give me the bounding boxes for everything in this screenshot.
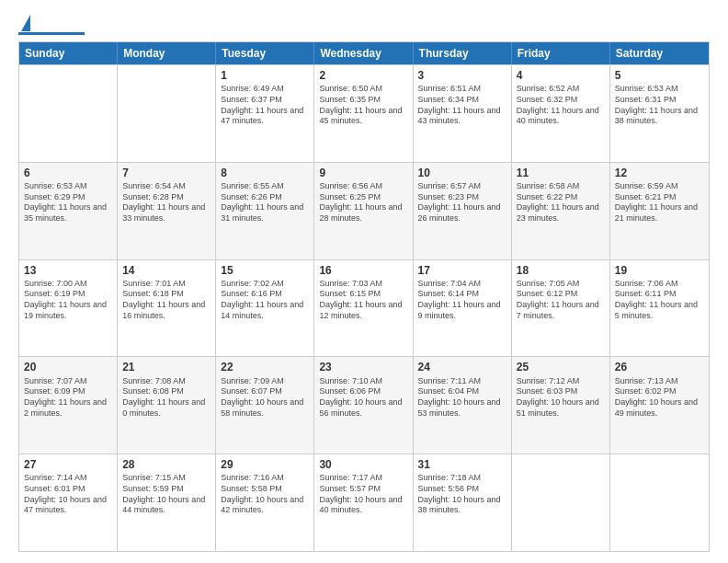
cal-cell: 18Sunrise: 7:05 AM Sunset: 6:12 PM Dayli… (512, 260, 610, 357)
cal-cell: 13Sunrise: 7:00 AM Sunset: 6:19 PM Dayli… (19, 260, 118, 357)
day-info: Sunrise: 6:56 AM Sunset: 6:25 PM Dayligh… (319, 181, 407, 224)
day-info: Sunrise: 6:53 AM Sunset: 6:31 PM Dayligh… (615, 84, 704, 127)
day-info: Sunrise: 7:17 AM Sunset: 5:57 PM Dayligh… (319, 473, 407, 516)
day-number: 3 (418, 68, 506, 83)
day-info: Sunrise: 7:05 AM Sunset: 6:12 PM Dayligh… (517, 279, 605, 322)
day-number: 30 (319, 457, 407, 472)
day-number: 22 (221, 360, 309, 374)
cal-cell: 4Sunrise: 6:52 AM Sunset: 6:32 PM Daylig… (512, 65, 610, 162)
cal-cell (610, 454, 709, 551)
day-number: 7 (122, 166, 210, 180)
day-info: Sunrise: 6:51 AM Sunset: 6:34 PM Dayligh… (418, 84, 506, 127)
day-number: 2 (319, 68, 407, 83)
day-number: 24 (418, 360, 506, 374)
page: SundayMondayTuesdayWednesdayThursdayFrid… (0, 0, 728, 563)
cal-cell: 16Sunrise: 7:03 AM Sunset: 6:15 PM Dayli… (314, 260, 413, 357)
day-info: Sunrise: 6:54 AM Sunset: 6:28 PM Dayligh… (122, 181, 210, 224)
day-number: 16 (319, 263, 407, 278)
calendar-header-row: SundayMondayTuesdayWednesdayThursdayFrid… (19, 42, 709, 64)
cal-cell: 11Sunrise: 6:58 AM Sunset: 6:22 PM Dayli… (512, 163, 610, 259)
cal-header-wednesday: Wednesday (314, 42, 413, 64)
cal-cell: 9Sunrise: 6:56 AM Sunset: 6:25 PM Daylig… (314, 163, 413, 259)
day-info: Sunrise: 7:08 AM Sunset: 6:08 PM Dayligh… (122, 376, 210, 419)
cal-cell (512, 454, 610, 551)
cal-cell: 24Sunrise: 7:11 AM Sunset: 6:04 PM Dayli… (414, 357, 512, 454)
cal-cell: 7Sunrise: 6:54 AM Sunset: 6:28 PM Daylig… (118, 163, 216, 259)
cal-cell: 8Sunrise: 6:55 AM Sunset: 6:26 PM Daylig… (216, 163, 314, 259)
header (18, 15, 710, 32)
day-number: 10 (418, 166, 506, 180)
cal-cell (118, 65, 216, 162)
day-info: Sunrise: 7:15 AM Sunset: 5:59 PM Dayligh… (122, 473, 210, 516)
day-info: Sunrise: 6:58 AM Sunset: 6:22 PM Dayligh… (517, 181, 605, 224)
day-info: Sunrise: 7:13 AM Sunset: 6:02 PM Dayligh… (615, 376, 704, 419)
day-number: 19 (615, 263, 704, 278)
cal-cell: 29Sunrise: 7:16 AM Sunset: 5:58 PM Dayli… (216, 454, 314, 551)
cal-cell: 15Sunrise: 7:02 AM Sunset: 6:16 PM Dayli… (216, 260, 314, 357)
day-number: 28 (122, 457, 210, 472)
cal-cell: 19Sunrise: 7:06 AM Sunset: 6:11 PM Dayli… (610, 260, 709, 357)
cal-header-sunday: Sunday (19, 42, 118, 64)
day-info: Sunrise: 6:50 AM Sunset: 6:35 PM Dayligh… (319, 84, 407, 127)
day-info: Sunrise: 7:16 AM Sunset: 5:58 PM Dayligh… (221, 473, 309, 516)
day-info: Sunrise: 7:10 AM Sunset: 6:06 PM Dayligh… (319, 376, 407, 419)
cal-header-tuesday: Tuesday (216, 42, 314, 64)
cal-cell: 5Sunrise: 6:53 AM Sunset: 6:31 PM Daylig… (610, 65, 709, 162)
day-number: 4 (517, 68, 605, 83)
day-number: 18 (517, 263, 605, 278)
day-number: 8 (221, 166, 309, 180)
cal-cell: 20Sunrise: 7:07 AM Sunset: 6:09 PM Dayli… (19, 357, 118, 454)
logo (18, 15, 85, 32)
cal-cell: 14Sunrise: 7:01 AM Sunset: 6:18 PM Dayli… (118, 260, 216, 357)
day-number: 1 (221, 68, 309, 83)
day-info: Sunrise: 6:59 AM Sunset: 6:21 PM Dayligh… (615, 181, 704, 224)
cal-cell: 31Sunrise: 7:18 AM Sunset: 5:56 PM Dayli… (414, 454, 512, 551)
day-info: Sunrise: 7:14 AM Sunset: 6:01 PM Dayligh… (24, 473, 112, 516)
day-info: Sunrise: 7:09 AM Sunset: 6:07 PM Dayligh… (221, 376, 309, 419)
cal-cell: 28Sunrise: 7:15 AM Sunset: 5:59 PM Dayli… (118, 454, 216, 551)
day-number: 12 (615, 166, 704, 180)
day-info: Sunrise: 6:52 AM Sunset: 6:32 PM Dayligh… (517, 84, 605, 127)
cal-cell: 12Sunrise: 6:59 AM Sunset: 6:21 PM Dayli… (610, 163, 709, 259)
day-info: Sunrise: 6:53 AM Sunset: 6:29 PM Dayligh… (24, 181, 112, 224)
calendar: SundayMondayTuesdayWednesdayThursdayFrid… (18, 41, 710, 552)
day-info: Sunrise: 6:57 AM Sunset: 6:23 PM Dayligh… (418, 181, 506, 224)
day-info: Sunrise: 7:00 AM Sunset: 6:19 PM Dayligh… (24, 279, 112, 322)
cal-cell: 22Sunrise: 7:09 AM Sunset: 6:07 PM Dayli… (216, 357, 314, 454)
day-info: Sunrise: 7:04 AM Sunset: 6:14 PM Dayligh… (418, 279, 506, 322)
cal-week-1: 6Sunrise: 6:53 AM Sunset: 6:29 PM Daylig… (19, 162, 709, 259)
day-number: 9 (319, 166, 407, 180)
day-info: Sunrise: 6:49 AM Sunset: 6:37 PM Dayligh… (221, 84, 309, 127)
day-info: Sunrise: 7:02 AM Sunset: 6:16 PM Dayligh… (221, 279, 309, 322)
day-number: 27 (24, 457, 112, 472)
cal-header-saturday: Saturday (610, 42, 709, 64)
cal-cell: 25Sunrise: 7:12 AM Sunset: 6:03 PM Dayli… (512, 357, 610, 454)
day-number: 25 (517, 360, 605, 374)
day-info: Sunrise: 7:18 AM Sunset: 5:56 PM Dayligh… (418, 473, 506, 516)
day-number: 5 (615, 68, 704, 83)
calendar-body: 1Sunrise: 6:49 AM Sunset: 6:37 PM Daylig… (19, 64, 709, 551)
day-number: 23 (319, 360, 407, 374)
cal-cell: 26Sunrise: 7:13 AM Sunset: 6:02 PM Dayli… (610, 357, 709, 454)
day-info: Sunrise: 7:06 AM Sunset: 6:11 PM Dayligh… (615, 279, 704, 322)
day-number: 21 (122, 360, 210, 374)
day-number: 17 (418, 263, 506, 278)
day-info: Sunrise: 6:55 AM Sunset: 6:26 PM Dayligh… (221, 181, 309, 224)
day-number: 13 (24, 263, 112, 278)
cal-cell: 1Sunrise: 6:49 AM Sunset: 6:37 PM Daylig… (216, 65, 314, 162)
day-number: 6 (24, 166, 112, 180)
day-info: Sunrise: 7:03 AM Sunset: 6:15 PM Dayligh… (319, 279, 407, 322)
cal-header-monday: Monday (118, 42, 216, 64)
day-number: 14 (122, 263, 210, 278)
cal-header-friday: Friday (512, 42, 610, 64)
cal-week-2: 13Sunrise: 7:00 AM Sunset: 6:19 PM Dayli… (19, 259, 709, 357)
day-number: 20 (24, 360, 112, 374)
cal-cell: 17Sunrise: 7:04 AM Sunset: 6:14 PM Dayli… (414, 260, 512, 357)
cal-week-0: 1Sunrise: 6:49 AM Sunset: 6:37 PM Daylig… (19, 64, 709, 162)
day-number: 11 (517, 166, 605, 180)
day-number: 31 (418, 457, 506, 472)
day-number: 15 (221, 263, 309, 278)
cal-week-4: 27Sunrise: 7:14 AM Sunset: 6:01 PM Dayli… (19, 454, 709, 551)
cal-cell: 2Sunrise: 6:50 AM Sunset: 6:35 PM Daylig… (314, 65, 413, 162)
cal-cell (19, 65, 118, 162)
